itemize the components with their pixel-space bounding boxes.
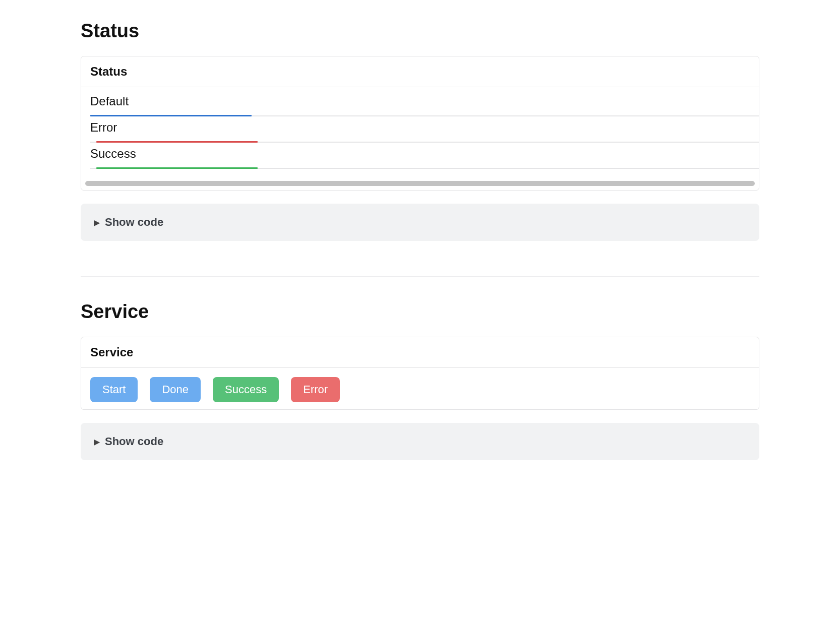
horizontal-scrollbar[interactable] <box>85 181 755 186</box>
status-bar-error <box>96 141 258 143</box>
status-row-default: Default <box>90 94 750 116</box>
status-section-heading: Status <box>81 20 759 42</box>
status-label: Error <box>90 120 117 134</box>
status-label: Success <box>90 147 136 160</box>
done-button[interactable]: Done <box>150 377 201 402</box>
show-code-label: Show code <box>105 435 163 448</box>
status-label: Default <box>90 94 129 108</box>
disclosure-triangle-icon: ▶ <box>94 437 100 447</box>
service-example-card: Service Start Done Success Error <box>81 337 759 410</box>
status-bar-success <box>96 167 258 169</box>
service-buttons-row: Start Done Success Error <box>90 375 750 406</box>
service-section-heading: Service <box>81 301 759 323</box>
service-card-body: Start Done Success Error <box>81 368 759 409</box>
show-code-toggle[interactable]: ▶ Show code <box>81 423 759 460</box>
service-card-title: Service <box>81 337 759 368</box>
start-button[interactable]: Start <box>90 377 138 402</box>
status-row-error: Error <box>90 120 750 143</box>
error-button[interactable]: Error <box>291 377 340 402</box>
status-bar-default <box>90 115 252 116</box>
status-card-body: Default Error Success <box>81 87 759 176</box>
section-divider <box>81 276 759 277</box>
status-example-card: Status Default Error Success <box>81 56 759 191</box>
status-row-success: Success <box>90 147 750 169</box>
show-code-toggle[interactable]: ▶ Show code <box>81 204 759 241</box>
status-card-title: Status <box>81 56 759 87</box>
success-button[interactable]: Success <box>213 377 279 402</box>
disclosure-triangle-icon: ▶ <box>94 218 100 227</box>
show-code-label: Show code <box>105 216 163 229</box>
